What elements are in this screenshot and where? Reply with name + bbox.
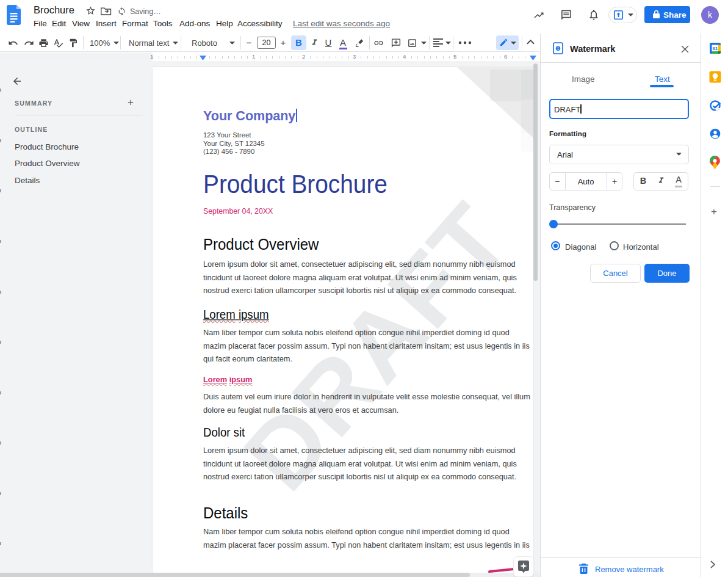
svg-text:31: 31	[712, 46, 718, 51]
